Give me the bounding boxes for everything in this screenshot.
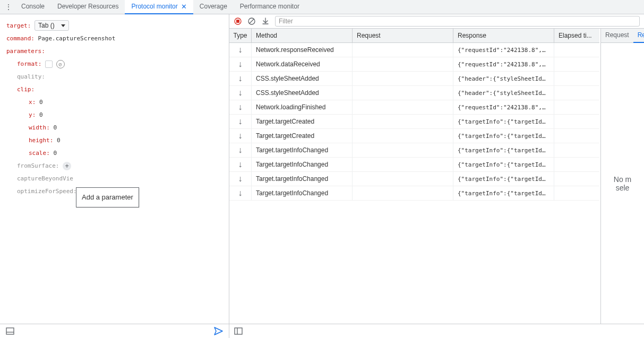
width-key: width bbox=[29, 124, 46, 131]
tab-request[interactable]: Request bbox=[601, 29, 633, 43]
target-select[interactable]: Tab () bbox=[35, 20, 69, 31]
log-toolbar bbox=[229, 14, 644, 29]
format-key: format bbox=[17, 60, 38, 67]
arrow-down-icon: ↓ bbox=[238, 88, 243, 98]
parameters-key: parameters bbox=[6, 48, 41, 55]
method-cell: Network.dataReceived bbox=[256, 60, 348, 68]
response-cell: {"targetInfo":{"targetId… bbox=[458, 118, 549, 125]
col-response[interactable]: Response bbox=[453, 29, 554, 42]
right-footer bbox=[229, 324, 644, 338]
table-row[interactable]: ↓Network.loadingFinished{"requestId":"24… bbox=[229, 100, 599, 115]
table-row[interactable]: ↓Target.targetInfoChanged{"targetInfo":{… bbox=[229, 143, 599, 158]
arrow-down-icon: ↓ bbox=[238, 45, 243, 55]
col-request[interactable]: Request bbox=[353, 29, 453, 42]
arrow-down-icon: ↓ bbox=[238, 188, 243, 198]
y-value[interactable]: 0 bbox=[39, 111, 43, 118]
table-body: ↓Network.responseReceived{"requestId":"2… bbox=[229, 43, 599, 324]
top-tab-bar: ⋮ Console Developer Resources Protocol m… bbox=[0, 0, 644, 14]
format-input[interactable] bbox=[45, 60, 53, 68]
help-icon[interactable]: ⊘ bbox=[56, 60, 65, 68]
arrow-down-icon: ↓ bbox=[238, 117, 243, 126]
svg-rect-6 bbox=[235, 328, 242, 334]
col-type[interactable]: Type bbox=[229, 29, 252, 42]
drawer-icon[interactable] bbox=[5, 326, 15, 336]
tab-console[interactable]: Console bbox=[15, 0, 51, 14]
chevron-down-icon bbox=[61, 24, 65, 27]
close-icon[interactable]: ✕ bbox=[181, 3, 187, 11]
target-value: Tab () bbox=[38, 19, 55, 32]
height-value[interactable]: 0 bbox=[57, 137, 61, 144]
arrow-down-icon: ↓ bbox=[238, 131, 243, 141]
tab-response[interactable]: Re bbox=[633, 29, 644, 43]
arrow-down-icon: ↓ bbox=[238, 74, 243, 83]
response-cell: {"targetInfo":{"targetId… bbox=[458, 190, 549, 197]
tooltip-add-parameter: Add a parameter bbox=[76, 187, 139, 207]
detail-tabs: Request Re bbox=[601, 29, 644, 43]
tab-label: Coverage bbox=[200, 3, 227, 10]
height-key: height bbox=[29, 137, 50, 144]
response-cell: {"targetInfo":{"targetId… bbox=[458, 147, 549, 154]
col-method[interactable]: Method bbox=[252, 29, 353, 42]
response-cell: {"requestId":"242138.8",… bbox=[458, 61, 549, 68]
x-key: x bbox=[29, 99, 32, 106]
table-row[interactable]: ↓CSS.styleSheetAdded{"header":{"styleShe… bbox=[229, 72, 599, 86]
send-icon[interactable] bbox=[214, 326, 224, 336]
arrow-down-icon: ↓ bbox=[238, 145, 243, 155]
split-view-icon[interactable] bbox=[234, 326, 243, 336]
detail-pane: Request Re No m sele bbox=[600, 29, 644, 324]
table-row[interactable]: ↓Network.responseReceived{"requestId":"2… bbox=[229, 43, 599, 57]
table-row[interactable]: ↓Target.targetCreated{"targetInfo":{"tar… bbox=[229, 115, 599, 129]
scale-value[interactable]: 0 bbox=[53, 150, 57, 157]
add-parameter-button[interactable]: + bbox=[63, 162, 71, 170]
clear-icon[interactable] bbox=[247, 17, 256, 25]
record-icon[interactable] bbox=[234, 17, 242, 25]
command-editor: target: Tab () command: Page.captureScre… bbox=[0, 14, 229, 324]
command-key: command bbox=[6, 35, 31, 42]
table-row[interactable]: ↓Target.targetInfoChanged{"targetInfo":{… bbox=[229, 158, 599, 172]
svg-rect-3 bbox=[236, 20, 239, 23]
scale-key: scale bbox=[29, 150, 46, 157]
detail-body: No m sele bbox=[601, 43, 644, 324]
more-tabs-button[interactable]: ⋮ bbox=[2, 3, 15, 11]
tab-coverage[interactable]: Coverage bbox=[193, 0, 234, 14]
response-cell: {"header":{"styleSheetId… bbox=[458, 75, 549, 82]
response-cell: {"targetInfo":{"targetId… bbox=[458, 176, 549, 183]
response-cell: {"header":{"styleSheetId… bbox=[458, 90, 549, 97]
table-row[interactable]: ↓Target.targetCreated{"targetInfo":{"tar… bbox=[229, 129, 599, 143]
tab-label: Protocol monitor bbox=[131, 3, 177, 10]
capturebeyondviewport-key: captureBeyondVie bbox=[17, 175, 73, 182]
tab-performance-monitor[interactable]: Performance monitor bbox=[234, 0, 306, 14]
method-cell: Target.targetCreated bbox=[256, 118, 348, 125]
arrow-down-icon: ↓ bbox=[238, 59, 243, 69]
x-value[interactable]: 0 bbox=[39, 99, 43, 106]
col-elapsed[interactable]: Elapsed ti... bbox=[554, 29, 591, 42]
table-row[interactable]: ↓Target.targetInfoChanged{"targetInfo":{… bbox=[229, 186, 599, 201]
method-cell: Target.targetInfoChanged bbox=[256, 161, 348, 168]
table-header: Type Method Request Response Elapsed ti.… bbox=[229, 29, 599, 43]
filter-input[interactable] bbox=[275, 16, 640, 27]
download-icon[interactable] bbox=[261, 17, 270, 25]
command-panel: target: Tab () command: Page.captureScre… bbox=[0, 14, 229, 338]
tab-protocol-monitor[interactable]: Protocol monitor ✕ bbox=[125, 0, 193, 14]
response-cell: {"targetInfo":{"targetId… bbox=[458, 161, 549, 168]
command-value[interactable]: Page.captureScreenshot bbox=[38, 35, 116, 42]
fromsurface-key: fromSurface bbox=[17, 162, 56, 169]
quality-key: quality bbox=[17, 73, 41, 80]
width-value[interactable]: 0 bbox=[53, 124, 57, 131]
method-cell: Target.targetInfoChanged bbox=[256, 146, 348, 154]
method-cell: Network.responseReceived bbox=[256, 46, 348, 54]
target-key: target bbox=[6, 22, 28, 29]
protocol-log-panel: Type Method Request Response Elapsed ti.… bbox=[229, 14, 644, 338]
tab-label: Performance monitor bbox=[240, 3, 299, 10]
tab-developer-resources[interactable]: Developer Resources bbox=[51, 0, 125, 14]
table-row[interactable]: ↓CSS.styleSheetAdded{"header":{"styleShe… bbox=[229, 86, 599, 100]
no-message-label: No m sele bbox=[614, 175, 631, 192]
method-cell: Target.targetInfoChanged bbox=[256, 189, 348, 197]
method-cell: Target.targetCreated bbox=[256, 132, 348, 140]
arrow-down-icon: ↓ bbox=[238, 160, 243, 169]
tab-label: Console bbox=[21, 3, 45, 10]
table-row[interactable]: ↓Target.targetInfoChanged{"targetInfo":{… bbox=[229, 172, 599, 186]
method-cell: CSS.styleSheetAdded bbox=[256, 75, 348, 82]
table-row[interactable]: ↓Network.dataReceived{"requestId":"24213… bbox=[229, 57, 599, 72]
log-table: Type Method Request Response Elapsed ti.… bbox=[229, 29, 599, 324]
